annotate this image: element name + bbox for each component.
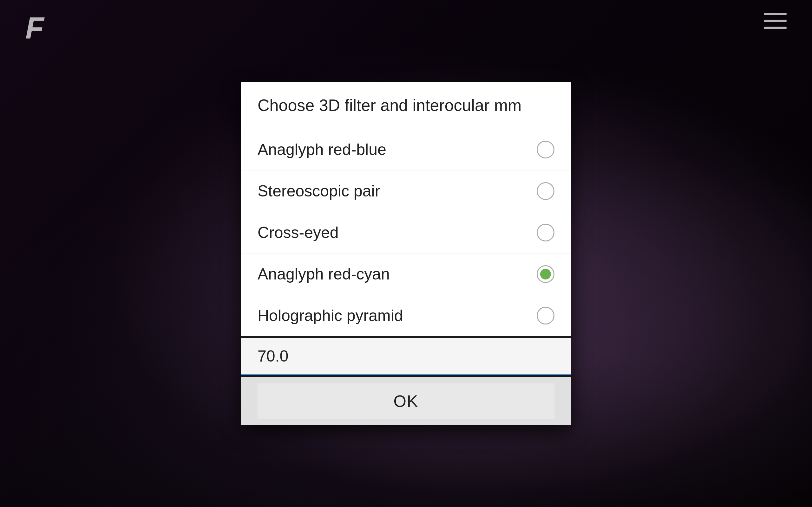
radio-selected-dot xyxy=(540,269,551,279)
menu-line-2 xyxy=(764,20,786,22)
menu-line-1 xyxy=(764,13,786,15)
radio-cross-eyed[interactable] xyxy=(537,224,554,241)
app-logo: F xyxy=(26,13,44,43)
menu-button[interactable] xyxy=(764,13,786,29)
option-label-stereoscopic-pair: Stereoscopic pair xyxy=(258,182,380,200)
radio-anaglyph-red-cyan[interactable] xyxy=(537,265,554,283)
option-stereoscopic-pair[interactable]: Stereoscopic pair xyxy=(241,170,571,212)
radio-stereoscopic-pair[interactable] xyxy=(537,182,554,200)
radio-holographic-pyramid[interactable] xyxy=(537,307,554,325)
dialog-wrapper: Choose 3D filter and interocular mm Anag… xyxy=(241,82,571,425)
menu-line-3 xyxy=(764,26,786,29)
option-holographic-pyramid[interactable]: Holographic pyramid xyxy=(241,295,571,336)
option-label-anaglyph-red-blue: Anaglyph red-blue xyxy=(258,140,386,159)
interocular-input[interactable] xyxy=(241,338,571,375)
input-section xyxy=(241,336,571,377)
ok-button[interactable]: OK xyxy=(258,383,554,419)
option-anaglyph-red-cyan[interactable]: Anaglyph red-cyan xyxy=(241,253,571,295)
option-cross-eyed[interactable]: Cross-eyed xyxy=(241,212,571,253)
option-label-cross-eyed: Cross-eyed xyxy=(258,223,339,242)
option-label-holographic-pyramid: Holographic pyramid xyxy=(258,306,403,325)
dialog-footer: OK xyxy=(241,377,571,425)
option-anaglyph-red-blue[interactable]: Anaglyph red-blue xyxy=(241,129,571,170)
dialog-options: Anaglyph red-blue Stereoscopic pair Cros… xyxy=(241,129,571,336)
radio-anaglyph-red-blue[interactable] xyxy=(537,141,554,158)
dialog: Choose 3D filter and interocular mm Anag… xyxy=(241,82,571,425)
dialog-title: Choose 3D filter and interocular mm xyxy=(241,82,571,129)
option-label-anaglyph-red-cyan: Anaglyph red-cyan xyxy=(258,265,390,283)
